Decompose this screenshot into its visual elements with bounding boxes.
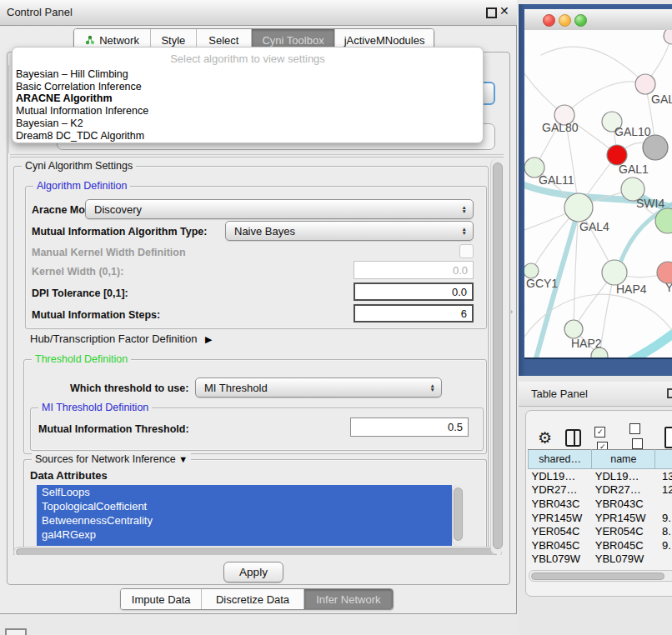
unchecked-pair-icon[interactable]	[629, 422, 651, 452]
manual-kernel-checkbox[interactable]	[459, 244, 474, 258]
column-header[interactable]: name	[592, 450, 655, 469]
table-cell[interactable]: YDR27…	[529, 483, 592, 498]
close-traffic-light-icon[interactable]	[543, 14, 555, 27]
table-cell[interactable]: YER054C	[529, 524, 592, 538]
mi-type-value: Naive Bayes	[234, 225, 295, 238]
table-cell[interactable]: YBR045C	[592, 538, 655, 552]
hidden-panel-icon[interactable]	[5, 628, 27, 635]
minimize-traffic-light-icon[interactable]	[559, 14, 571, 27]
close-icon[interactable]: ✕	[499, 4, 509, 18]
settings-v-scrollbar[interactable]	[490, 159, 503, 554]
table-cell[interactable]: YDR27…	[592, 483, 655, 498]
control-panel-titlebar: Control Panel ✕	[0, 0, 517, 26]
table-h-scrollbar[interactable]	[529, 570, 672, 582]
column-header[interactable]: shared…	[529, 450, 592, 469]
network-node-hap4[interactable]	[602, 260, 627, 285]
attribute-item[interactable]: BetweennessCentrality	[37, 513, 452, 528]
algorithm-option[interactable]: Dream8 DC_TDC Algorithm	[16, 130, 474, 142]
tab-discretize-data[interactable]: Discretize Data	[202, 589, 303, 609]
apply-button[interactable]: Apply	[223, 562, 283, 582]
network-edge[interactable]	[564, 82, 645, 115]
table-cell[interactable]: YDL19…	[592, 469, 655, 483]
table-row[interactable]: YDL19…YDL19…13	[529, 469, 672, 483]
network-node-gal[interactable]	[635, 74, 655, 94]
aracne-mode-select[interactable]: Discovery ▲▼	[85, 199, 474, 219]
float-window-icon[interactable]	[486, 8, 497, 18]
sources-label-wrap[interactable]: Sources for Network Inference ▼	[32, 453, 191, 465]
table-cell[interactable]: YLR345W	[529, 566, 592, 568]
table-cell[interactable]: YLR345W	[592, 566, 655, 568]
table-row[interactable]: YDR27…YDR27…12	[529, 483, 672, 498]
kernel-width-field[interactable]: 0.0	[354, 261, 474, 279]
table-cell[interactable]: YDL19…	[529, 469, 592, 483]
table-cell[interactable]	[655, 497, 672, 511]
algorithm-dropdown-popup: Select algorithm to view settings Bayesi…	[12, 47, 484, 143]
network-node-gal4[interactable]	[564, 193, 593, 222]
algorithm-option[interactable]: Bayesian – K2	[16, 118, 474, 130]
network-edge[interactable]	[541, 47, 645, 84]
table-doc-icon[interactable]	[664, 427, 672, 448]
table-cell[interactable]: 9.	[655, 566, 672, 568]
node-label: GAL4	[579, 220, 609, 233]
table-cell[interactable]: 9.	[655, 511, 672, 525]
table-cell[interactable]: YER054C	[592, 524, 655, 538]
attribute-item[interactable]: gal4RGexp	[37, 528, 452, 542]
table-row[interactable]: YLR345WYLR345W9.	[529, 566, 672, 568]
network-view-window: GALGAL80GAL10GAL1GAL11SWI4GAL4GCY1HAP4YH…	[519, 4, 672, 376]
table-row[interactable]: YBR043CYBR043C	[529, 497, 672, 511]
table-cell[interactable]: 8.	[655, 524, 672, 538]
tab-infer-network[interactable]: Infer Network	[304, 589, 393, 609]
algorithm-option[interactable]: Basic Correlation Inference	[16, 81, 474, 93]
mi-threshold-field[interactable]: 0.5	[350, 418, 469, 437]
table-cell[interactable]: YPR145W	[592, 511, 655, 525]
tab-impute-data[interactable]: Impute Data	[121, 589, 202, 609]
table-cell[interactable]: YBL079W	[529, 552, 592, 567]
resize-handle[interactable]: ›	[510, 308, 513, 316]
table-row[interactable]: YPR145WYPR145W9.	[529, 511, 672, 525]
table-cell[interactable]: YBR045C	[529, 538, 592, 552]
mi-threshold-group-label: MI Threshold Definition	[38, 402, 152, 413]
node-label: Y	[665, 281, 672, 294]
network-canvas[interactable]: GALGAL80GAL10GAL1GAL11SWI4GAL4GCY1HAP4YH…	[524, 30, 672, 358]
screen: Control Panel ✕ NetworkStyleSelectCyni T…	[0, 0, 672, 635]
dpi-tolerance-label: DPI Tolerance [0,1]:	[32, 288, 128, 299]
network-node-hap2[interactable]	[564, 320, 583, 338]
tab-label: Style	[161, 34, 185, 47]
network-node[interactable]	[643, 135, 668, 160]
stepper-arrows-icon: ▲▼	[430, 383, 441, 392]
algorithm-option[interactable]: Bayesian – Hill Climbing	[16, 68, 474, 81]
hub-section-toggle[interactable]: Hub/Transcription Factor Definition ▶	[30, 332, 212, 345]
table-cell[interactable]: YPR145W	[529, 511, 592, 525]
table-row[interactable]: YER054CYER054C8.	[529, 524, 672, 538]
table-cell[interactable]: 13	[655, 469, 672, 483]
kernel-width-label: Kernel Width (0,1):	[32, 266, 123, 278]
table-cell[interactable]: 9.	[655, 538, 672, 552]
network-node[interactable]	[664, 30, 672, 44]
table-cell[interactable]: YBR043C	[592, 497, 655, 511]
table-cell[interactable]: YBR043C	[529, 497, 592, 511]
table-row[interactable]: YBL079WYBL079W	[529, 552, 672, 567]
checked-pair-icon[interactable]: ✓✓	[594, 422, 616, 452]
table-toolbar: ⚙ ✓✓	[538, 422, 672, 452]
algorithm-option[interactable]: Mutual Information Inference	[16, 105, 474, 118]
float-window-icon[interactable]	[667, 388, 672, 398]
chevron-down-icon: ▼	[178, 454, 188, 464]
table-row[interactable]: YBR045CYBR045C9.	[529, 538, 672, 552]
settings-h-scrollbar[interactable]	[13, 547, 502, 555]
mi-steps-field[interactable]: 6	[354, 304, 474, 322]
algorithm-option[interactable]: ARACNE Algorithm	[16, 92, 474, 105]
attributes-scrollbar[interactable]	[452, 485, 463, 546]
zoom-traffic-light-icon[interactable]	[574, 14, 587, 27]
dpi-tolerance-field[interactable]: 0.0	[354, 282, 474, 301]
gear-icon[interactable]: ⚙	[538, 430, 552, 446]
table-panel-titlebar: Table Panel	[519, 382, 672, 407]
mi-type-select[interactable]: Naive Bayes ▲▼	[225, 221, 474, 241]
table-cell[interactable]	[655, 552, 672, 567]
which-threshold-select[interactable]: MI Threshold ▲▼	[195, 378, 442, 398]
column-header[interactable]	[655, 450, 672, 469]
attribute-item[interactable]: SelfLoops	[37, 485, 452, 499]
table-cell[interactable]: 12	[655, 483, 672, 498]
attribute-item[interactable]: TopologicalCoefficient	[37, 499, 452, 513]
table-cell[interactable]: YBL079W	[592, 552, 655, 567]
columns-icon[interactable]	[565, 429, 581, 447]
